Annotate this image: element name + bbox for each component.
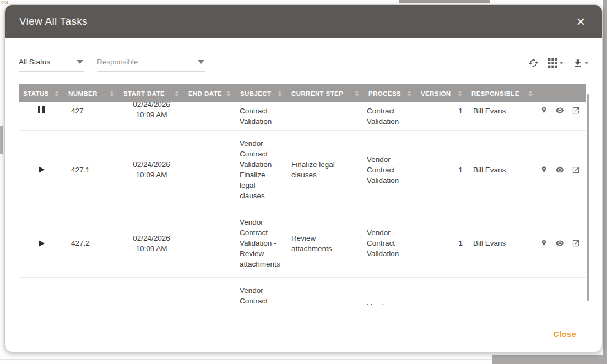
current-step: Finalize legal clauses	[287, 151, 364, 188]
column-header: PROCESS	[364, 84, 416, 102]
subject: Vendor Contract Validation - Finalize le…	[236, 131, 287, 209]
column-header: RESPONSIBLE	[467, 84, 538, 102]
chevron-down-icon	[77, 60, 83, 64]
external-link-icon[interactable]	[572, 239, 580, 247]
start-date: 02/24/202610:09 AM	[119, 151, 184, 188]
column-label: START DATE	[123, 90, 165, 97]
download-button[interactable]	[573, 58, 589, 68]
column-label: CURRENT STEP	[291, 90, 343, 97]
close-icon[interactable]: ✕	[573, 15, 588, 29]
current-step: Review attachments	[287, 225, 364, 262]
date: 02/24/2026	[123, 102, 180, 110]
process: Contract Validation	[364, 102, 416, 127]
column-header: CURRENT STEP	[287, 84, 364, 102]
background-text-fragment: ns	[1, 0, 8, 6]
chevron-down-icon	[559, 62, 563, 64]
table-row[interactable]: 427.2 02/24/202610:09 AM Vendor Contract…	[19, 209, 586, 278]
chevron-down-icon	[584, 62, 589, 64]
table-row[interactable]: 427 02/24/202610:09 AM Contract Validati…	[19, 102, 586, 131]
table-toolbar	[528, 58, 589, 72]
eye-icon[interactable]	[555, 165, 565, 175]
vertical-scrollbar[interactable]	[587, 94, 589, 301]
time: 10:09 AM	[123, 243, 180, 254]
task-number: 427.2	[64, 230, 119, 256]
table-row[interactable]: 427.1 02/24/202610:09 AM Vendor Contract…	[19, 131, 586, 209]
column-header: NUMBER	[64, 84, 119, 102]
column-header: END DATE	[184, 84, 236, 102]
version: 1	[416, 230, 467, 256]
tasks-table: STATUS NUMBER START DATE END DATE SUBJEC…	[19, 84, 590, 305]
filter-bar: All Status Responsible	[19, 58, 589, 72]
view-all-tasks-dialog: View All Tasks ✕ All Status Responsible	[4, 4, 603, 352]
column-header: STATUS	[19, 84, 64, 102]
close-button[interactable]: Close	[553, 329, 576, 339]
external-link-icon[interactable]	[572, 106, 580, 115]
location-pin-icon[interactable]	[540, 106, 548, 115]
background-block	[0, 126, 3, 154]
end-date	[184, 162, 236, 177]
refresh-icon[interactable]	[528, 58, 539, 68]
process: Vendor Contract Validation	[364, 220, 416, 267]
sort-icon[interactable]	[278, 91, 282, 96]
grid-columns-icon	[548, 58, 557, 68]
sort-icon[interactable]	[458, 91, 462, 96]
date: 02/24/2026	[123, 159, 180, 170]
current-step	[287, 102, 364, 106]
sort-icon[interactable]	[355, 91, 359, 96]
location-pin-icon[interactable]	[540, 239, 548, 247]
column-header: SUBJECT	[236, 84, 287, 102]
dialog-header: View All Tasks ✕	[5, 5, 602, 38]
sort-icon[interactable]	[226, 91, 231, 96]
sort-icon[interactable]	[55, 91, 59, 96]
background-right-strip	[603, 0, 607, 364]
time: 10:09 AM	[123, 170, 180, 180]
pause-icon	[38, 106, 45, 113]
date: 02/24/2026	[123, 233, 180, 243]
responsible-filter-placeholder: Responsible	[97, 58, 138, 66]
status-filter-select[interactable]: All Status	[19, 58, 84, 72]
process: Vendor Contract Validation	[364, 146, 416, 193]
responsible: Mary Davies	[467, 302, 538, 305]
status-cell	[19, 102, 64, 113]
responsible-filter-select[interactable]: Responsible	[97, 58, 205, 72]
chevron-down-icon	[198, 60, 204, 64]
column-label: RESPONSIBLE	[471, 90, 519, 97]
row-actions	[538, 102, 586, 115]
version: 1	[416, 304, 467, 305]
column-label: NUMBER	[68, 90, 97, 97]
subject: Vendor Contract Validation - Review atta…	[236, 209, 287, 277]
row-actions	[538, 305, 586, 305]
responsible: Bill Evans	[467, 102, 538, 116]
sort-icon[interactable]	[110, 91, 114, 96]
column-label: VERSION	[421, 90, 451, 97]
play-icon	[39, 240, 45, 247]
sort-icon[interactable]	[528, 91, 533, 96]
row-actions	[538, 231, 586, 256]
table-body: 427 02/24/202610:09 AM Contract Validati…	[19, 102, 590, 305]
status-cell	[19, 232, 64, 254]
task-number: 427	[64, 102, 119, 116]
end-date	[184, 102, 236, 106]
version: 1	[416, 157, 467, 183]
sort-icon[interactable]	[407, 91, 411, 96]
responsible: Bill Evans	[467, 157, 538, 183]
grid-columns-button[interactable]	[548, 58, 563, 68]
column-label: STATUS	[23, 90, 49, 97]
responsible-name: Bill Evans	[473, 165, 506, 175]
time: 10:09 AM	[123, 110, 180, 120]
column-header: VERSION	[416, 84, 467, 102]
sort-icon[interactable]	[175, 91, 179, 96]
subject: Vendor Contract Validation - Validate fi…	[236, 278, 287, 305]
responsible-name: Bill Evans	[473, 238, 506, 248]
current-step: Validate financial conditions	[287, 298, 364, 305]
responsible: Bill Evans	[467, 230, 538, 256]
table-row[interactable]: 427.3 02/24/202610:09 AM Vendor Contract…	[19, 278, 586, 305]
eye-icon[interactable]	[555, 106, 565, 115]
row-actions	[538, 157, 586, 182]
external-link-icon[interactable]	[572, 166, 580, 174]
start-date: 02/24/202610:09 AM	[119, 102, 184, 120]
table-header-row: STATUS NUMBER START DATE END DATE SUBJEC…	[19, 84, 586, 102]
task-number: 427.1	[64, 157, 119, 183]
eye-icon[interactable]	[555, 238, 565, 248]
location-pin-icon[interactable]	[540, 166, 548, 174]
